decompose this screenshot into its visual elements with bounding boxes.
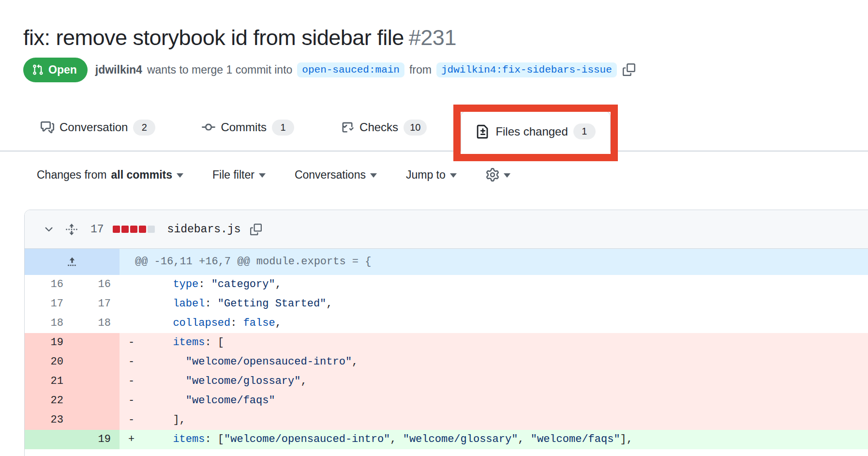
new-line-number[interactable] [72, 410, 120, 430]
diff-line-row: 1616 type: "category", [25, 275, 868, 294]
diff-line-row: 23- ], [25, 410, 868, 430]
chevron-down-icon [504, 173, 510, 178]
pr-meta-row: Open jdwilkin4 wants to merge 1 commit i… [23, 56, 636, 83]
copy-file-path-button[interactable] [249, 223, 263, 236]
diff-marker: - [128, 414, 173, 426]
old-line-number[interactable]: 18 [25, 314, 72, 333]
new-line-number[interactable]: 18 [72, 314, 120, 333]
collapse-file-button[interactable] [42, 223, 56, 236]
pr-state-badge: Open [23, 58, 88, 82]
diffstat-square-neutral [148, 226, 155, 233]
copy-branch-button[interactable] [622, 62, 636, 77]
new-line-number[interactable] [72, 372, 120, 391]
changes-from-value: all commits [111, 168, 172, 182]
diff-table: @@ -16,11 +16,7 @@ module.exports = {161… [25, 249, 868, 449]
diff-line-row: 22- "welcome/faqs" [25, 391, 868, 410]
tab-checks[interactable]: Checks 10 [328, 104, 439, 151]
tab-checks-label: Checks [359, 121, 398, 134]
chevron-down-icon [43, 224, 55, 235]
unfold-icon [65, 223, 78, 236]
diffstat-square-del [139, 226, 146, 233]
diff-marker: - [128, 395, 186, 407]
new-line-number[interactable] [72, 352, 120, 372]
diffstat-square-del [130, 226, 137, 233]
old-line-number[interactable]: 16 [25, 275, 72, 294]
tab-files-changed-label: Files changed [495, 125, 568, 138]
new-line-number[interactable]: 16 [72, 275, 120, 294]
diff-line-row: 20- "welcome/opensauced-intro", [25, 352, 868, 372]
code-line: - "welcome/glossary", [120, 372, 868, 391]
code-line: + items: ["welcome/opensauced-intro", "w… [120, 430, 868, 449]
base-branch-label[interactable]: open-sauced:main [297, 62, 404, 77]
file-changes-count: 17 [90, 223, 104, 236]
chevron-down-icon [177, 173, 183, 178]
old-line-number[interactable]: 23 [25, 410, 72, 430]
jump-to-label: Jump to [406, 168, 446, 182]
copy-icon [250, 224, 262, 235]
code-line: - "welcome/opensauced-intro", [120, 352, 868, 372]
diffstat-square-del [113, 226, 120, 233]
code-line: label: "Getting Started", [120, 294, 868, 314]
old-line-number[interactable]: 22 [25, 391, 72, 410]
tab-conversation[interactable]: Conversation 2 [28, 104, 168, 151]
diff-marker: - [128, 336, 173, 349]
file-name-link[interactable]: sidebars.js [167, 223, 241, 236]
changes-from-dropdown[interactable]: Changes from all commits [34, 168, 186, 182]
file-diff-box: 17 sidebars.js @@ -16,11 +16,7 @@ module… [24, 210, 868, 456]
head-branch-label[interactable]: jdwilkin4:fix-sidebars-issue [436, 62, 617, 77]
file-filter-label: File filter [212, 168, 254, 182]
pr-author-link[interactable]: jdwilkin4 [95, 63, 142, 76]
chevron-down-icon [450, 173, 457, 178]
old-line-number[interactable]: 19 [25, 333, 72, 352]
expand-hunk-button[interactable] [25, 249, 120, 275]
diff-line-row: 1717 label: "Getting Started", [25, 294, 868, 314]
diff-marker: + [128, 433, 173, 445]
pr-tabbar: Conversation 2 Commits 1 Checks 10 Files… [0, 104, 868, 152]
diff-marker: - [128, 356, 186, 368]
tab-commits-label: Commits [221, 121, 267, 134]
conversations-label: Conversations [295, 168, 366, 182]
new-line-number[interactable] [72, 391, 120, 410]
diff-marker [128, 278, 173, 290]
copy-icon [623, 63, 635, 76]
expand-all-button[interactable] [64, 222, 79, 237]
conversations-dropdown[interactable]: Conversations [292, 168, 380, 182]
tab-files-changed[interactable]: Files changed 1 [461, 111, 610, 152]
comment-discussion-icon [41, 121, 54, 134]
changes-from-label: Changes from [37, 168, 106, 182]
code-line: type: "category", [120, 275, 868, 294]
new-line-number[interactable]: 17 [72, 294, 120, 314]
code-line: - ], [120, 410, 868, 430]
tab-commits[interactable]: Commits 1 [189, 104, 307, 151]
old-line-number[interactable] [25, 430, 72, 449]
code-line: - "welcome/faqs" [120, 391, 868, 410]
old-line-number[interactable]: 17 [25, 294, 72, 314]
git-commit-icon [202, 121, 215, 134]
old-line-number[interactable]: 20 [25, 352, 72, 372]
git-pull-request-icon [32, 64, 44, 76]
diff-toolbar: Changes from all commits File filter Con… [34, 167, 513, 182]
file-filter-dropdown[interactable]: File filter [210, 168, 269, 182]
diff-hunk-row: @@ -16,11 +16,7 @@ module.exports = { [25, 249, 868, 275]
gear-icon [486, 168, 499, 182]
merge-text: wants to merge 1 commit into [147, 63, 292, 76]
file-diff-icon [476, 124, 490, 139]
old-line-number[interactable]: 21 [25, 372, 72, 391]
code-line: - items: [ [120, 333, 868, 352]
jump-to-dropdown[interactable]: Jump to [403, 168, 460, 182]
tab-checks-count: 10 [404, 120, 427, 136]
pr-merge-sentence: jdwilkin4 wants to merge 1 commit into o… [95, 62, 636, 77]
chevron-down-icon [370, 173, 377, 178]
pr-title: fix: remove storybook id from sidebar fi… [23, 25, 456, 50]
from-word: from [409, 63, 432, 76]
diff-marker: - [128, 375, 186, 387]
diff-marker [128, 317, 173, 329]
diff-line-row: 19- items: [ [25, 333, 868, 352]
new-line-number[interactable]: 19 [72, 430, 120, 449]
diff-settings-dropdown[interactable] [483, 167, 513, 182]
new-line-number[interactable] [72, 333, 120, 352]
pr-number: #231 [409, 25, 456, 50]
chevron-down-icon [259, 173, 266, 178]
diff-line-row: 1818 collapsed: false, [25, 314, 868, 333]
file-header: 17 sidebars.js [25, 210, 868, 249]
